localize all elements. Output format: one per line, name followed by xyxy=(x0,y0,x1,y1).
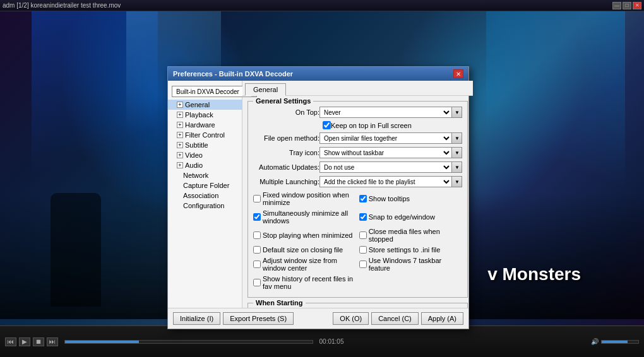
tree-item-hardware[interactable]: + Hardware xyxy=(168,120,242,130)
left-panel: Built-in DXVA Decoder ▼ + General + Play… xyxy=(168,81,242,308)
cb-default-size: Default size on closing file xyxy=(253,246,357,254)
cb-stop-playing-input[interactable] xyxy=(253,231,261,239)
when-starting-label: When Starting xyxy=(253,299,306,307)
cb-adjust-window-input[interactable] xyxy=(253,260,261,268)
multi-launch-select[interactable]: Add the clicked file to the playlist xyxy=(319,176,452,187)
cb-snap-edge: Snap to edge/window xyxy=(359,209,463,225)
file-open-row: File open method: Open similar files tog… xyxy=(253,132,462,144)
file-open-arrow[interactable]: ▼ xyxy=(452,132,462,144)
decoder-select[interactable]: Built-in DXVA Decoder xyxy=(172,86,251,97)
cb-show-history-input[interactable] xyxy=(253,279,261,286)
main-titlebar: adm [1/2] koreanindietrailer test three.… xyxy=(0,0,644,11)
tray-icon-row: Tray icon: Show without taskbar ▼ xyxy=(253,147,462,158)
dialog-bottom: Initialize (I) Export Presets (S) OK (O)… xyxy=(168,308,468,329)
time-display: 00:01:05 xyxy=(319,338,344,345)
tray-icon-arrow[interactable]: ▼ xyxy=(452,147,462,158)
monsters-text: v Monsters xyxy=(487,264,581,284)
tree-item-audio[interactable]: + Audio xyxy=(168,160,242,170)
on-top-select[interactable]: Never xyxy=(319,107,452,118)
tree-item-general[interactable]: + General xyxy=(168,100,242,110)
dialog-close-button[interactable]: ✕ xyxy=(453,69,463,78)
ok-button[interactable]: OK (O) xyxy=(333,312,369,325)
expand-icon-general[interactable]: + xyxy=(177,102,183,108)
apply-button[interactable]: Apply (A) xyxy=(421,312,463,325)
on-top-row: On Top: Never ▼ xyxy=(253,107,462,118)
volume-fill xyxy=(602,341,628,343)
cb-snap-edge-input[interactable] xyxy=(359,213,367,221)
expand-icon-audio[interactable]: + xyxy=(177,162,183,168)
playback-controls: ⏮ ▶ ⏹ ⏭ xyxy=(5,337,58,346)
file-open-select[interactable]: Open similar files together xyxy=(319,132,452,144)
right-panel: General General Settings On Top: Never ▼ xyxy=(242,81,473,308)
minimize-button[interactable]: — xyxy=(612,2,621,9)
multi-launch-label: Multiple Launching: xyxy=(253,178,319,185)
tree-item-filter[interactable]: + Filter Control xyxy=(168,130,242,140)
expand-icon-hardware[interactable]: + xyxy=(177,122,183,128)
cb-simultaneously-input[interactable] xyxy=(253,213,261,221)
file-open-label: File open method: xyxy=(253,134,319,142)
panel-content: General Settings On Top: Never ▼ Keep on… xyxy=(242,96,473,308)
decoder-dropdown-row: Built-in DXVA Decoder ▼ xyxy=(172,86,238,97)
multi-launch-row: Multiple Launching: Add the clicked file… xyxy=(253,176,462,187)
auto-update-arrow[interactable]: ▼ xyxy=(452,161,462,173)
tab-general[interactable]: General xyxy=(245,83,286,96)
next-button[interactable]: ⏭ xyxy=(47,337,58,346)
tree-item-configuration[interactable]: Configuration xyxy=(168,201,242,211)
cb-store-settings: Store settings to .ini file xyxy=(359,246,463,254)
general-settings-group: General Settings On Top: Never ▼ Keep on… xyxy=(247,101,468,298)
cb-show-tooltips-input[interactable] xyxy=(359,195,367,202)
auto-update-label: Automatic Updates: xyxy=(253,163,319,171)
tree-item-video[interactable]: + Video xyxy=(168,150,242,160)
export-presets-button[interactable]: Export Presets (S) xyxy=(223,312,294,325)
dialog-body: Built-in DXVA Decoder ▼ + General + Play… xyxy=(168,81,468,308)
stop-button[interactable]: ⏹ xyxy=(33,337,44,346)
main-title: adm [1/2] koreanindietrailer test three.… xyxy=(3,2,611,9)
expand-icon-subtitle[interactable]: + xyxy=(177,142,183,148)
tab-bar: General xyxy=(242,81,473,96)
checkboxes-grid: Fixed window position when minimize Show… xyxy=(253,191,462,292)
expand-icon-filter[interactable]: + xyxy=(177,132,183,138)
cb-close-media: Close media files when stopped xyxy=(359,228,463,243)
expand-icon-video[interactable]: + xyxy=(177,152,183,158)
maximize-button[interactable]: □ xyxy=(623,2,631,9)
cb-fixed-window: Fixed window position when minimize xyxy=(253,191,357,206)
on-top-arrow[interactable]: ▼ xyxy=(452,107,462,118)
volume-bar[interactable] xyxy=(601,340,639,344)
mute-icon[interactable]: 🔊 xyxy=(591,338,599,345)
auto-update-select[interactable]: Do not use xyxy=(319,161,452,173)
preferences-dialog: Preferences - Built-in DXVA Decoder ✕ Bu… xyxy=(167,66,469,329)
cb-adjust-window: Adjust window size from window center xyxy=(253,257,357,272)
cb-default-size-input[interactable] xyxy=(253,246,261,254)
keep-on-top-label: Keep on top in Full screen xyxy=(331,122,412,129)
cb-stop-playing: Stop playing when minimized xyxy=(253,228,357,243)
auto-update-row: Automatic Updates: Do not use ▼ xyxy=(253,161,462,173)
multi-launch-arrow[interactable]: ▼ xyxy=(452,176,462,187)
play-button[interactable]: ▶ xyxy=(19,337,30,346)
dialog-title: Preferences - Built-in DXVA Decoder xyxy=(173,70,293,78)
cb-win7-taskbar-input[interactable] xyxy=(359,260,367,268)
initialize-button[interactable]: Initialize (I) xyxy=(173,312,220,325)
close-button[interactable]: ✕ xyxy=(633,2,641,9)
cb-close-media-input[interactable] xyxy=(359,231,367,239)
cancel-button[interactable]: Cancel (C) xyxy=(371,312,419,325)
on-top-label: On Top: xyxy=(253,108,319,116)
general-settings-label: General Settings xyxy=(253,97,313,105)
media-player-bar: ⏮ ▶ ⏹ ⏭ 00:01:05 🔊 xyxy=(0,325,644,357)
progress-bar[interactable] xyxy=(64,340,313,344)
keep-on-top-row: Keep on top in Full screen xyxy=(323,121,462,129)
cb-store-settings-input[interactable] xyxy=(359,246,367,254)
tree-item-capture[interactable]: Capture Folder xyxy=(168,180,242,190)
dialog-titlebar: Preferences - Built-in DXVA Decoder ✕ xyxy=(168,67,468,81)
keep-on-top-checkbox[interactable] xyxy=(323,121,331,129)
cb-simultaneously: Simultaneously minimize all windows xyxy=(253,209,357,225)
tree-item-network[interactable]: Network xyxy=(168,170,242,180)
tree-item-subtitle[interactable]: + Subtitle xyxy=(168,140,242,150)
prev-button[interactable]: ⏮ xyxy=(5,337,16,346)
cb-fixed-window-input[interactable] xyxy=(253,195,261,202)
expand-icon-playback[interactable]: + xyxy=(177,112,183,118)
cb-show-history: Show history of recent files in fav menu xyxy=(253,275,357,290)
progress-fill xyxy=(65,341,139,343)
tree-item-association[interactable]: Association xyxy=(168,190,242,201)
tree-item-playback[interactable]: + Playback xyxy=(168,110,242,120)
tray-icon-select[interactable]: Show without taskbar xyxy=(319,147,452,158)
